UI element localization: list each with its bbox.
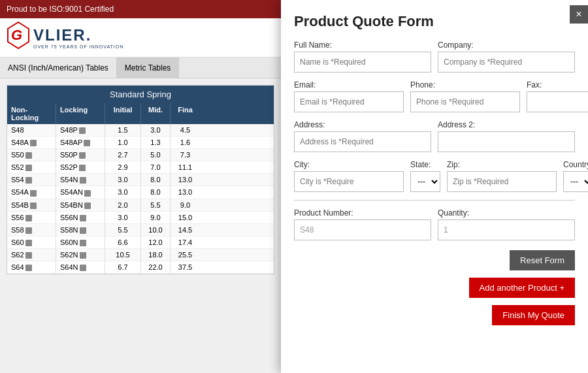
- brand-tagline: OVER 75 YEARS OF INNOVATION: [33, 44, 123, 49]
- state-select[interactable]: ---: [410, 171, 440, 192]
- pdf-icon: [80, 252, 86, 259]
- pdf-icon: [80, 227, 86, 234]
- cell-mid: 3.0: [141, 124, 171, 136]
- cell-final: 17.4: [171, 236, 200, 248]
- quantity-group: Quantity:: [438, 208, 575, 240]
- address2-group: Address 2:: [438, 120, 575, 152]
- email-input[interactable]: [294, 91, 404, 112]
- col-header-final: Fina: [171, 103, 200, 124]
- table-row: S54A S54AN 3.0 8.0 13.0: [7, 186, 274, 199]
- address2-input[interactable]: [438, 131, 575, 152]
- table-row: S62 S62N 10.5 18.0 25.5: [7, 249, 274, 261]
- quote-form-modal: × Product Quote Form Full Name: Company:…: [281, 0, 588, 373]
- cell-locking: S60N: [56, 236, 105, 248]
- cell-nonlocking: S62: [7, 249, 56, 261]
- pdf-icon: [25, 265, 32, 271]
- address-label: Address:: [294, 120, 431, 129]
- product-number-input[interactable]: [294, 219, 431, 240]
- cell-initial: 5.5: [105, 224, 141, 236]
- address-row: Address: Address 2:: [294, 120, 575, 152]
- email-phone-fax-row: Email: Phone: Fax:: [294, 80, 575, 112]
- cell-nonlocking: S58: [7, 224, 56, 236]
- cell-locking: S54BN: [56, 199, 105, 211]
- spring-table: Standard Spring Non-Locking Locking Init…: [7, 85, 274, 274]
- top-bar: Proud to be ISO:9001 Certified: [0, 0, 281, 18]
- reset-button[interactable]: Reset Form: [510, 250, 575, 270]
- cell-locking: S52P: [56, 161, 105, 173]
- add-product-button[interactable]: Add another Product +: [469, 278, 575, 298]
- table-row: S60 S60N 6.6 12.0 17.4: [7, 236, 274, 249]
- pdf-icon: [79, 152, 86, 159]
- cell-initial: 2.0: [105, 199, 141, 211]
- email-group: Email:: [294, 80, 404, 112]
- cell-mid: 10.0: [141, 224, 171, 236]
- table-row: S56 S56N 3.0 9.0 15.0: [7, 212, 274, 224]
- cell-final: 13.0: [171, 186, 200, 198]
- cell-locking: S50P: [56, 149, 105, 161]
- finish-quote-button[interactable]: Finish My Quote: [492, 305, 575, 325]
- table-body: S48 S48P 1.5 3.0 4.5 S48A S48AP 1.0 1.3 …: [7, 124, 274, 274]
- cell-initial: 2.7: [105, 149, 141, 161]
- cell-initial: 6.7: [105, 261, 141, 273]
- cell-initial: 3.0: [105, 212, 141, 223]
- name-company-row: Full Name: Company:: [294, 41, 575, 73]
- reset-row: Reset Form: [294, 250, 575, 274]
- quantity-input[interactable]: [438, 219, 575, 240]
- cell-locking: S54AN: [56, 186, 105, 198]
- phone-input[interactable]: [410, 91, 520, 112]
- pdf-icon: [80, 265, 86, 271]
- tab-metric[interactable]: Metric Tables: [117, 57, 179, 78]
- cell-locking: S48P: [56, 124, 105, 136]
- add-product-row: Add another Product +: [294, 278, 575, 302]
- fax-input[interactable]: [527, 91, 588, 112]
- cell-initial: 10.5: [105, 249, 141, 261]
- pdf-icon: [25, 240, 32, 246]
- cell-final: 13.0: [171, 174, 200, 186]
- vlier-logo: VLIER. OVER 75 YEARS OF INNOVATION: [33, 26, 123, 49]
- col-header-nonlocking: Non-Locking: [7, 103, 56, 124]
- full-name-input[interactable]: [294, 52, 431, 73]
- company-label: Company:: [438, 41, 575, 50]
- background-page: Proud to be ISO:9001 Certified G VLIER. …: [0, 0, 281, 373]
- pdf-icon: [30, 190, 37, 197]
- cell-nonlocking: S60: [7, 236, 56, 248]
- cell-nonlocking: S48: [7, 124, 56, 136]
- company-input[interactable]: [438, 52, 575, 73]
- cell-nonlocking: S50: [7, 149, 56, 161]
- zip-label: Zip:: [447, 160, 557, 169]
- table-row: S58 S58N 5.5 10.0 14.5: [7, 224, 274, 236]
- form-divider: [294, 200, 575, 201]
- zip-input[interactable]: [447, 171, 557, 192]
- pdf-icon: [79, 127, 86, 134]
- pdf-icon: [80, 240, 86, 246]
- tab-ansi[interactable]: ANSI (Inch/American) Tables: [0, 57, 117, 78]
- email-label: Email:: [294, 80, 404, 89]
- cell-locking: S62N: [56, 249, 105, 261]
- city-input[interactable]: [294, 171, 404, 192]
- col-header-initial: Initial: [105, 103, 141, 124]
- cell-final: 15.0: [171, 212, 200, 223]
- pdf-icon: [79, 165, 86, 171]
- company-group: Company:: [438, 41, 575, 73]
- table-row: S48A S48AP 1.0 1.3 1.6: [7, 137, 274, 149]
- finish-row: Finish My Quote: [294, 305, 575, 325]
- cell-locking: S64N: [56, 261, 105, 273]
- pdf-icon: [25, 252, 32, 259]
- country-select[interactable]: ---: [563, 171, 588, 192]
- city-label: City:: [294, 160, 404, 169]
- close-button[interactable]: ×: [570, 5, 588, 24]
- cell-nonlocking: S48A: [7, 137, 56, 148]
- brand-name: VLIER.: [33, 26, 123, 44]
- city-group: City:: [294, 160, 404, 192]
- pdf-icon: [25, 177, 32, 184]
- cell-locking: S56N: [56, 212, 105, 223]
- cell-locking: S58N: [56, 224, 105, 236]
- table-row: S48 S48P 1.5 3.0 4.5: [7, 124, 274, 137]
- phone-group: Phone:: [410, 80, 520, 112]
- address-input[interactable]: [294, 131, 431, 152]
- pdf-icon: [84, 140, 90, 146]
- table-row: S50 S50P 2.7 5.0 7.3: [7, 149, 274, 161]
- cell-nonlocking: S54B: [7, 199, 56, 211]
- tabs-bar: ANSI (Inch/American) Tables Metric Table…: [0, 57, 281, 78]
- cell-mid: 12.0: [141, 236, 171, 248]
